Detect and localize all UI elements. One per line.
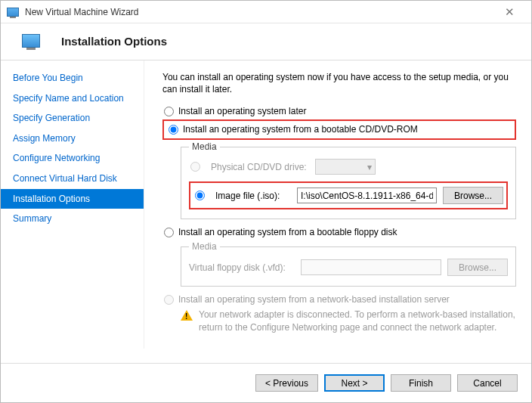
floppy-media-legend: Media: [189, 241, 220, 252]
browse-iso-button[interactable]: Browse...: [443, 187, 503, 204]
option-floppy-label: Install an operating system from a boota…: [178, 227, 397, 237]
wizard-footer: < Previous Next > Finish Cancel: [1, 363, 531, 402]
physical-drive-label: Physical CD/DVD drive:: [211, 162, 309, 172]
option-network: Install an operating system from a netwo…: [162, 293, 516, 307]
wizard-step-specify-name-and-location[interactable]: Specify Name and Location: [1, 88, 144, 109]
next-button[interactable]: Next >: [324, 374, 385, 392]
highlight-cddvd-option: Install an operating system from a boota…: [162, 119, 516, 140]
option-cddvd-label: Install an operating system from a boota…: [183, 124, 418, 135]
page-title: Installation Options: [61, 35, 167, 48]
wizard-step-installation-options[interactable]: Installation Options: [1, 189, 144, 209]
cddvd-media-legend: Media: [189, 141, 220, 152]
network-warning-row: Your network adapter is disconnected. To…: [181, 308, 516, 333]
finish-button[interactable]: Finish: [391, 374, 451, 392]
page-header: Installation Options: [1, 23, 531, 60]
physical-drive-row: Physical CD/DVD drive: ▾: [189, 157, 508, 177]
option-install-later-label: Install an operating system later: [178, 106, 306, 116]
header-icon: [22, 34, 40, 48]
floppy-media-group: Media Virtual floppy disk (.vfd): Browse…: [181, 241, 516, 287]
option-floppy[interactable]: Install an operating system from a boota…: [162, 225, 516, 240]
intro-text: You can install an operating system now …: [162, 71, 516, 95]
wizard-steps-sidebar: Before You BeginSpecify Name and Locatio…: [1, 60, 144, 349]
radio-image-file[interactable]: [195, 191, 205, 200]
wizard-step-before-you-begin[interactable]: Before You Begin: [1, 68, 144, 88]
browse-vfd-button: Browse...: [447, 259, 508, 276]
image-file-row: Image file (.iso): Browse...: [193, 184, 503, 206]
app-icon: [7, 8, 19, 17]
cddvd-media-group: Media Physical CD/DVD drive: ▾ Image fil…: [181, 141, 516, 219]
radio-install-later[interactable]: [164, 107, 174, 116]
vfd-label: Virtual floppy disk (.vfd):: [189, 262, 295, 273]
wizard-step-configure-networking[interactable]: Configure Networking: [1, 148, 144, 169]
cancel-button[interactable]: Cancel: [457, 374, 518, 392]
image-file-path-input[interactable]: [297, 188, 437, 203]
previous-button[interactable]: < Previous: [255, 374, 318, 392]
radio-network: [164, 295, 174, 305]
radio-floppy[interactable]: [164, 228, 174, 237]
vfd-row: Virtual floppy disk (.vfd): Browse...: [189, 256, 508, 278]
wizard-step-connect-virtual-hard-disk[interactable]: Connect Virtual Hard Disk: [1, 169, 144, 189]
main-panel: You can install an operating system now …: [144, 60, 531, 349]
window-title: New Virtual Machine Wizard: [25, 7, 139, 17]
titlebar: New Virtual Machine Wizard ✕: [1, 1, 531, 23]
wizard-step-assign-memory[interactable]: Assign Memory: [1, 129, 144, 149]
network-warning-text: Your network adapter is disconnected. To…: [199, 308, 516, 333]
radio-cddvd[interactable]: [169, 125, 178, 135]
warning-icon: [181, 310, 193, 321]
option-network-label: Install an operating system from a netwo…: [178, 294, 450, 305]
vfd-path-input: [301, 259, 441, 275]
physical-drive-combo: ▾: [315, 159, 376, 175]
option-install-later[interactable]: Install an operating system later: [162, 104, 516, 119]
highlight-image-row: Image file (.iso): Browse...: [189, 181, 508, 209]
close-button[interactable]: ✕: [493, 2, 525, 23]
wizard-step-specify-generation[interactable]: Specify Generation: [1, 108, 144, 129]
wizard-step-summary[interactable]: Summary: [1, 209, 144, 229]
radio-physical-drive: [190, 162, 200, 172]
image-file-label: Image file (.iso):: [215, 191, 291, 201]
option-cddvd[interactable]: Install an operating system from a boota…: [167, 122, 512, 137]
